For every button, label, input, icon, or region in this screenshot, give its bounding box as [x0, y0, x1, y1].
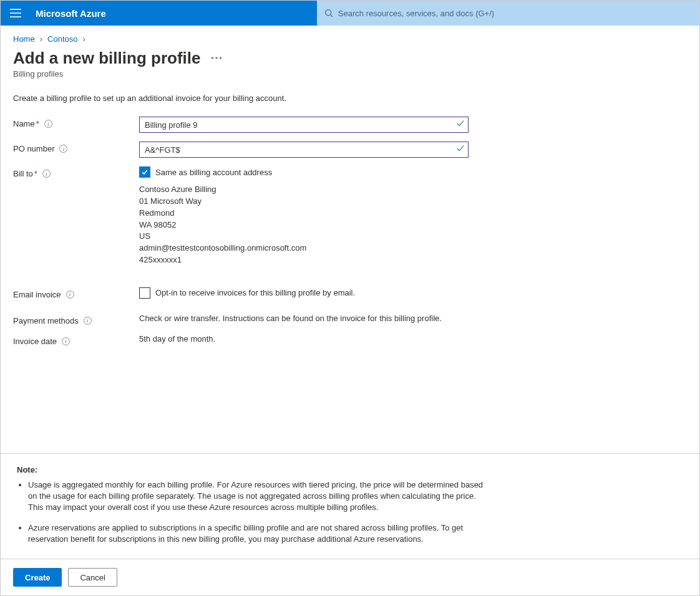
chevron-right-icon: › [40, 34, 42, 44]
svg-line-4 [330, 15, 333, 17]
breadcrumb: Home › Contoso › [13, 34, 687, 44]
info-icon[interactable]: i [44, 120, 52, 128]
hamburger-menu-button[interactable] [1, 1, 31, 26]
page-content: Home › Contoso › Add a new billing profi… [1, 26, 699, 446]
note-section: Note: Usage is aggregated monthly for ea… [1, 453, 699, 559]
info-icon[interactable]: i [66, 291, 74, 299]
row-payment-methods: Payment methods i Check or wire transfer… [13, 314, 687, 325]
brand-label[interactable]: Microsoft Azure [31, 8, 111, 19]
invoice-date-value: 5th day of the month. [139, 334, 470, 344]
name-input[interactable] [139, 117, 469, 133]
hamburger-icon [10, 9, 21, 17]
note-item: Azure reservations are applied to subscr… [28, 522, 487, 545]
note-title: Note: [17, 465, 687, 474]
page-subtitle: Billing profiles [13, 69, 687, 79]
info-icon[interactable]: i [42, 170, 51, 178]
same-as-billing-address-label: Same as billing account address [155, 168, 272, 177]
note-item: Usage is aggregated monthly for each bil… [28, 479, 487, 514]
more-actions-button[interactable]: ⋯ [210, 51, 224, 64]
search-input[interactable] [333, 4, 692, 23]
global-search[interactable] [317, 1, 699, 26]
label-email-invoice: Email invoice [13, 290, 61, 299]
search-icon [324, 9, 333, 17]
row-bill-to: Bill to * i Same as billing account addr… [13, 166, 687, 266]
svg-point-3 [325, 10, 331, 16]
page-title: Add a new billing profile ⋯ [13, 49, 687, 68]
breadcrumb-home[interactable]: Home [13, 34, 35, 44]
address-name: Contoso Azure Billing [139, 184, 470, 196]
checkmark-icon [141, 168, 148, 176]
required-marker: * [36, 119, 39, 128]
cancel-button[interactable]: Cancel [68, 568, 117, 587]
row-invoice-date: Invoice date i 5th day of the month. [13, 334, 687, 346]
label-bill-to: Bill to [13, 169, 33, 178]
label-payment-methods: Payment methods [13, 316, 79, 325]
info-icon[interactable]: i [62, 337, 70, 345]
payment-methods-value: Check or wire transfer. Instructions can… [139, 314, 470, 323]
address-country: US [139, 231, 470, 243]
page-intro: Create a billing profile to set up an ad… [13, 94, 687, 103]
label-po-number: PO number [13, 144, 54, 153]
required-marker: * [34, 169, 37, 178]
check-icon [456, 144, 465, 155]
address-phone: 425xxxxxx1 [139, 254, 470, 266]
page-title-text: Add a new billing profile [13, 49, 200, 68]
topbar: Microsoft Azure [1, 1, 699, 26]
breadcrumb-contoso[interactable]: Contoso [47, 34, 77, 44]
billing-address: Contoso Azure Billing 01 Microsoft Way R… [139, 184, 470, 266]
address-region-postal: WA 98052 [139, 219, 470, 231]
label-invoice-date: Invoice date [13, 337, 57, 346]
address-email: admin@testtestcontosobilling.onmicrosoft… [139, 243, 470, 254]
row-name: Name * i [13, 117, 687, 133]
label-name: Name [13, 119, 35, 128]
address-city: Redmond [139, 208, 470, 219]
check-icon [456, 119, 465, 130]
row-email-invoice: Email invoice i Opt-in to receive invoic… [13, 287, 687, 305]
po-number-input[interactable] [139, 142, 469, 158]
info-icon[interactable]: i [59, 145, 67, 153]
info-icon[interactable]: i [84, 317, 92, 325]
address-line1: 01 Microsoft Way [139, 196, 470, 208]
chevron-right-icon: › [82, 34, 85, 44]
same-as-billing-address-checkbox[interactable] [139, 166, 150, 178]
row-po-number: PO number i [13, 142, 687, 158]
create-button[interactable]: Create [13, 568, 62, 587]
email-invoice-checkbox[interactable] [139, 287, 150, 299]
email-invoice-checkbox-label: Opt-in to receive invoices for this bill… [155, 288, 355, 297]
footer: Create Cancel [1, 559, 699, 595]
